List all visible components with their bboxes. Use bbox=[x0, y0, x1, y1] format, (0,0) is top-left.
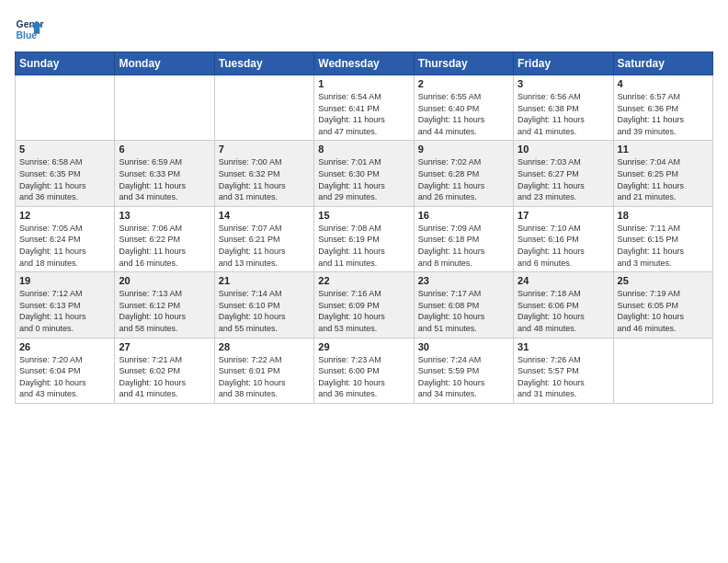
day-number: 10 bbox=[518, 144, 609, 155]
day-info-line: Daylight: 10 hours bbox=[418, 377, 509, 389]
day-info-line: and 31 minutes. bbox=[219, 191, 310, 203]
day-info-line: and 41 minutes. bbox=[119, 388, 210, 400]
day-info-line: Sunset: 6:36 PM bbox=[618, 103, 709, 115]
day-info-line: Sunrise: 7:03 AM bbox=[518, 156, 609, 168]
day-info-line: Daylight: 11 hours bbox=[219, 180, 310, 192]
calendar-body: 1Sunrise: 6:54 AMSunset: 6:41 PMDaylight… bbox=[16, 75, 713, 404]
day-info-line: Sunrise: 7:05 AM bbox=[19, 223, 110, 235]
day-number: 6 bbox=[119, 144, 210, 155]
calendar-day-cell: 9Sunrise: 7:02 AMSunset: 6:28 PMDaylight… bbox=[414, 141, 513, 206]
calendar-day-cell: 10Sunrise: 7:03 AMSunset: 6:27 PMDayligh… bbox=[514, 141, 613, 206]
calendar-day-cell: 30Sunrise: 7:24 AMSunset: 5:59 PMDayligh… bbox=[414, 338, 513, 403]
day-info-line: Daylight: 10 hours bbox=[119, 377, 210, 389]
day-info-line: Daylight: 11 hours bbox=[318, 246, 409, 258]
day-info-line: Sunset: 6:00 PM bbox=[318, 365, 409, 377]
day-info-line: Sunrise: 7:10 AM bbox=[518, 223, 609, 235]
day-info-line: and 21 minutes. bbox=[618, 191, 709, 203]
day-info-line: Sunset: 6:08 PM bbox=[418, 300, 509, 312]
day-info-line: and 26 minutes. bbox=[418, 191, 509, 203]
logo-icon: General Blue bbox=[15, 15, 44, 44]
day-info-line: Sunrise: 7:13 AM bbox=[119, 288, 210, 300]
calendar-day-cell: 16Sunrise: 7:09 AMSunset: 6:18 PMDayligh… bbox=[414, 206, 513, 271]
day-info-line: Sunrise: 7:20 AM bbox=[19, 354, 110, 366]
day-number: 24 bbox=[518, 275, 609, 286]
day-info-line: Sunrise: 7:21 AM bbox=[119, 354, 210, 366]
day-number: 4 bbox=[618, 78, 709, 89]
day-info-line: Daylight: 10 hours bbox=[19, 377, 110, 389]
day-info-line: Sunset: 6:12 PM bbox=[119, 300, 210, 312]
day-info-line: Sunrise: 7:24 AM bbox=[418, 354, 509, 366]
day-info-line: and 11 minutes. bbox=[318, 258, 409, 270]
day-info-line: Daylight: 10 hours bbox=[318, 377, 409, 389]
day-info-line: Daylight: 11 hours bbox=[318, 180, 409, 192]
day-info-line: and 43 minutes. bbox=[19, 388, 110, 400]
calendar-day-cell: 18Sunrise: 7:11 AMSunset: 6:15 PMDayligh… bbox=[613, 206, 712, 271]
day-info-line: Daylight: 10 hours bbox=[219, 377, 310, 389]
day-info-line: Sunrise: 7:01 AM bbox=[318, 156, 409, 168]
day-info-line: Sunset: 6:27 PM bbox=[518, 168, 609, 180]
day-info-line: Sunrise: 7:00 AM bbox=[219, 156, 310, 168]
day-info-line: Daylight: 11 hours bbox=[219, 246, 310, 258]
day-number: 20 bbox=[119, 275, 210, 286]
day-number: 31 bbox=[518, 341, 609, 352]
day-number: 19 bbox=[19, 275, 110, 286]
day-info-line: and 39 minutes. bbox=[618, 126, 709, 138]
day-info-line: Daylight: 10 hours bbox=[518, 377, 609, 389]
day-info-line: Sunrise: 6:59 AM bbox=[119, 156, 210, 168]
day-number: 7 bbox=[219, 144, 310, 155]
day-info-line: Sunset: 5:59 PM bbox=[418, 365, 509, 377]
day-info-line: and 3 minutes. bbox=[618, 258, 709, 270]
calendar-day-cell: 29Sunrise: 7:23 AMSunset: 6:00 PMDayligh… bbox=[314, 338, 414, 403]
day-number: 15 bbox=[318, 210, 409, 221]
day-info-line: Sunrise: 7:16 AM bbox=[318, 288, 409, 300]
weekday-header-row: SundayMondayTuesdayWednesdayThursdayFrid… bbox=[16, 52, 713, 75]
day-number: 11 bbox=[618, 144, 709, 155]
day-number: 26 bbox=[19, 341, 110, 352]
day-info-line: Daylight: 11 hours bbox=[19, 311, 110, 323]
day-info-line: Sunrise: 6:55 AM bbox=[418, 91, 509, 103]
day-info-line: and 53 minutes. bbox=[318, 323, 409, 335]
day-info-line: and 47 minutes. bbox=[318, 126, 409, 138]
calendar-table: SundayMondayTuesdayWednesdayThursdayFrid… bbox=[15, 52, 713, 404]
day-info-line: and 16 minutes. bbox=[119, 258, 210, 270]
day-info-line: Sunset: 6:01 PM bbox=[219, 365, 310, 377]
day-info-line: Sunset: 6:09 PM bbox=[318, 300, 409, 312]
calendar-day-cell: 3Sunrise: 6:56 AMSunset: 6:38 PMDaylight… bbox=[514, 75, 613, 141]
weekday-header-cell: Wednesday bbox=[314, 52, 414, 75]
day-info-line: Daylight: 10 hours bbox=[318, 311, 409, 323]
day-info-line: Sunset: 6:41 PM bbox=[318, 103, 409, 115]
calendar-day-cell: 11Sunrise: 7:04 AMSunset: 6:25 PMDayligh… bbox=[613, 141, 712, 206]
calendar-day-cell: 8Sunrise: 7:01 AMSunset: 6:30 PMDaylight… bbox=[314, 141, 414, 206]
day-info-line: Sunrise: 7:12 AM bbox=[19, 288, 110, 300]
day-info-line: and 46 minutes. bbox=[618, 323, 709, 335]
calendar-day-cell: 5Sunrise: 6:58 AMSunset: 6:35 PMDaylight… bbox=[16, 141, 115, 206]
day-info-line: Daylight: 10 hours bbox=[418, 311, 509, 323]
day-info-line: Daylight: 11 hours bbox=[318, 114, 409, 126]
day-number: 12 bbox=[19, 210, 110, 221]
day-number: 17 bbox=[518, 210, 609, 221]
weekday-header-cell: Saturday bbox=[613, 52, 712, 75]
day-info-line: Sunrise: 7:23 AM bbox=[318, 354, 409, 366]
day-info-line: Sunrise: 7:14 AM bbox=[219, 288, 310, 300]
calendar-day-cell: 22Sunrise: 7:16 AMSunset: 6:09 PMDayligh… bbox=[314, 272, 414, 338]
day-info-line: Sunset: 6:22 PM bbox=[119, 234, 210, 246]
day-info-line: Daylight: 10 hours bbox=[518, 311, 609, 323]
calendar-week-row: 12Sunrise: 7:05 AMSunset: 6:24 PMDayligh… bbox=[16, 206, 713, 271]
day-info-line: Sunrise: 7:04 AM bbox=[618, 156, 709, 168]
day-info-line: Sunset: 6:40 PM bbox=[418, 103, 509, 115]
calendar-day-cell: 23Sunrise: 7:17 AMSunset: 6:08 PMDayligh… bbox=[414, 272, 513, 338]
weekday-header-cell: Thursday bbox=[414, 52, 513, 75]
day-info-line: and 18 minutes. bbox=[19, 258, 110, 270]
day-number: 30 bbox=[418, 341, 509, 352]
day-info-line: Sunrise: 6:57 AM bbox=[618, 91, 709, 103]
day-info-line: Daylight: 11 hours bbox=[618, 180, 709, 192]
day-info-line: Daylight: 11 hours bbox=[418, 246, 509, 258]
day-info-line: Sunrise: 6:54 AM bbox=[318, 91, 409, 103]
day-info-line: and 6 minutes. bbox=[518, 258, 609, 270]
calendar-day-cell bbox=[214, 75, 313, 141]
calendar-day-cell: 24Sunrise: 7:18 AMSunset: 6:06 PMDayligh… bbox=[514, 272, 613, 338]
day-number: 13 bbox=[119, 210, 210, 221]
day-info-line: and 8 minutes. bbox=[418, 258, 509, 270]
calendar-day-cell: 21Sunrise: 7:14 AMSunset: 6:10 PMDayligh… bbox=[214, 272, 313, 338]
day-info-line: and 51 minutes. bbox=[418, 323, 509, 335]
